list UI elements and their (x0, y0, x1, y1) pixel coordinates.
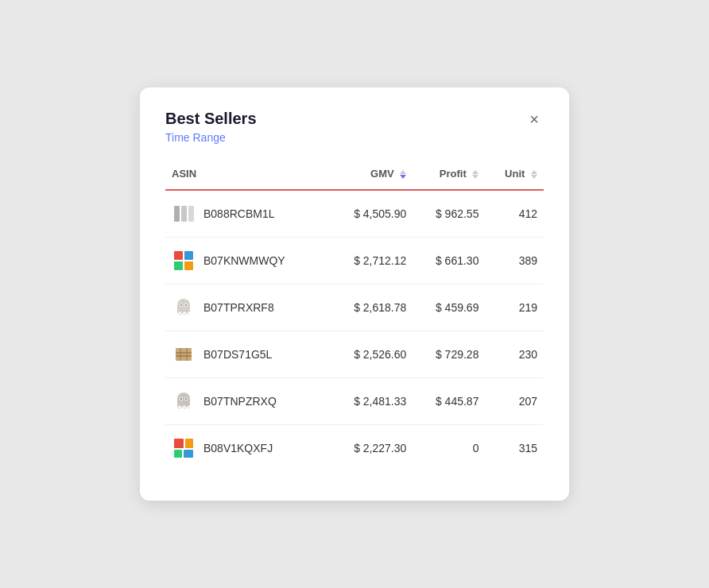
svg-rect-1 (181, 206, 187, 222)
asin-text-4: B07TNPZRXQ (203, 395, 277, 408)
table-row: B07TPRXRF8 $ 2,618.78 $ 459.69 219 (165, 284, 544, 331)
svg-rect-24 (174, 439, 184, 448)
gmv-cell-5: $ 2,227.30 (328, 425, 413, 472)
sort-down-icon (531, 175, 537, 179)
asin-cell-5: B08V1KQXFJ (165, 425, 328, 472)
product-icon-2 (172, 296, 196, 319)
svg-rect-0 (174, 206, 180, 222)
profit-sort-icon (472, 170, 478, 179)
unit-cell-1: 389 (485, 238, 544, 284)
time-range-link[interactable]: Time Range (165, 131, 257, 144)
gmv-cell-4: $ 2,481.33 (328, 378, 413, 425)
asin-text-2: B07TPRXRF8 (203, 301, 274, 314)
profit-cell-0: $ 962.55 (413, 190, 485, 238)
close-button[interactable]: × (525, 110, 544, 129)
table-row: B088RCBM1L $ 4,505.90 $ 962.55 412 (165, 190, 544, 238)
col-header-unit[interactable]: Unit (485, 160, 544, 190)
sort-up-icon (472, 170, 478, 174)
product-icon-1 (172, 249, 196, 273)
gmv-sort-icon (400, 170, 406, 179)
gmv-cell-1: $ 2,712.12 (328, 238, 413, 284)
asin-cell-1: B07KNWMWQY (165, 238, 328, 284)
svg-point-11 (180, 304, 182, 306)
table-row: B07DS71G5L $ 2,526.60 $ 729.28 230 (165, 331, 544, 378)
profit-cell-2: $ 459.69 (413, 284, 485, 331)
svg-rect-27 (184, 450, 193, 458)
profit-cell-5: 0 (413, 425, 485, 472)
product-icon-4 (172, 389, 196, 413)
best-sellers-card: Best Sellers Time Range × ASIN GMV Profi… (140, 87, 569, 501)
svg-rect-3 (174, 251, 183, 260)
asin-cell-4: B07TNPZRXQ (165, 378, 328, 425)
unit-cell-2: 219 (485, 284, 544, 331)
product-icon-3 (172, 342, 196, 366)
svg-rect-13 (176, 348, 192, 361)
unit-cell-3: 230 (485, 331, 544, 378)
card-title: Best Sellers (165, 110, 257, 128)
sort-up-icon (531, 170, 537, 174)
table-row: B08V1KQXFJ $ 2,227.30 0 315 (165, 425, 544, 472)
sort-down-icon (400, 175, 406, 179)
asin-text-1: B07KNWMWQY (203, 254, 285, 267)
sort-up-icon (400, 170, 406, 174)
gmv-cell-0: $ 4,505.90 (328, 190, 413, 238)
svg-rect-5 (174, 261, 183, 270)
table-row: B07KNWMWQY $ 2,712.12 $ 661.30 389 (165, 238, 544, 284)
title-section: Best Sellers Time Range (165, 110, 257, 144)
profit-cell-1: $ 661.30 (413, 238, 485, 284)
asin-cell-0: B088RCBM1L (165, 190, 328, 238)
profit-cell-3: $ 729.28 (413, 331, 485, 378)
asin-text-3: B07DS71G5L (203, 348, 272, 361)
col-header-asin: ASIN (165, 160, 328, 190)
svg-rect-26 (174, 450, 182, 458)
svg-rect-25 (185, 439, 193, 448)
unit-cell-5: 315 (485, 425, 544, 472)
svg-point-23 (185, 398, 187, 400)
table-row: B07TNPZRXQ $ 2,481.33 $ 445.87 207 (165, 378, 544, 425)
best-sellers-table: ASIN GMV Profit Unit (165, 160, 544, 471)
asin-cell-2: B07TPRXRF8 (165, 284, 328, 331)
unit-cell-0: 412 (485, 190, 544, 238)
asin-cell-3: B07DS71G5L (165, 331, 328, 378)
profit-cell-4: $ 445.87 (413, 378, 485, 425)
col-header-gmv[interactable]: GMV (328, 160, 413, 190)
svg-rect-6 (184, 261, 193, 270)
table-body: B088RCBM1L $ 4,505.90 $ 962.55 412 B07KN… (165, 190, 544, 471)
sort-down-icon (472, 175, 478, 179)
svg-rect-2 (188, 206, 194, 222)
col-header-profit[interactable]: Profit (413, 160, 485, 190)
svg-point-22 (180, 398, 182, 400)
table-header-row: ASIN GMV Profit Unit (165, 160, 544, 190)
card-header: Best Sellers Time Range × (165, 110, 544, 144)
svg-rect-4 (184, 251, 193, 260)
asin-text-0: B088RCBM1L (203, 207, 275, 220)
product-icon-0 (172, 202, 196, 226)
gmv-cell-2: $ 2,618.78 (328, 284, 413, 331)
gmv-cell-3: $ 2,526.60 (328, 331, 413, 378)
unit-sort-icon (531, 170, 537, 179)
svg-point-12 (185, 304, 187, 306)
unit-cell-4: 207 (485, 378, 544, 425)
product-icon-5 (172, 436, 196, 460)
asin-text-5: B08V1KQXFJ (203, 442, 273, 455)
